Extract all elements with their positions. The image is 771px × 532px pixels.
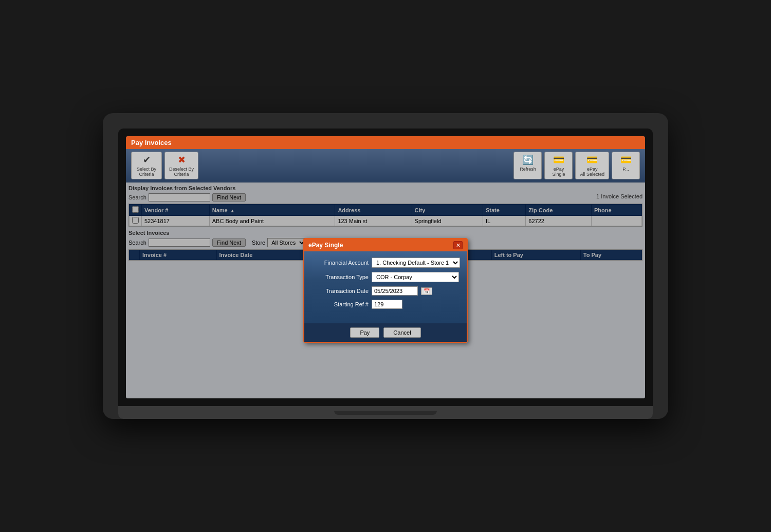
modal-overlay: ePay Single ✕ Financial Account 1. Check… (126, 182, 645, 398)
toolbar-right-buttons: 🔄 Refresh 💳 ePay Single 💳 ePay All Selec… (513, 152, 640, 179)
transaction-date-label: Transaction Date (312, 288, 369, 294)
transaction-type-field: Transaction Type COR - Corpay ACH Wire (312, 272, 459, 282)
epay-single-modal: ePay Single ✕ Financial Account 1. Check… (303, 238, 468, 343)
financial-account-field: Financial Account 1. Checking Default - … (312, 258, 459, 268)
financial-account-label: Financial Account (312, 260, 369, 266)
starting-ref-label: Starting Ref # (312, 301, 369, 307)
pay-button[interactable]: 💳 P... (612, 152, 640, 179)
transaction-date-field: Transaction Date 📅 (312, 286, 459, 296)
epay-all-selected-button[interactable]: 💳 ePay All Selected (575, 152, 609, 179)
transaction-type-select[interactable]: COR - Corpay ACH Wire (372, 272, 459, 282)
epay-single-icon: 💳 (553, 154, 564, 166)
epay-all-icon: 💳 (586, 154, 598, 166)
transaction-date-input[interactable] (372, 286, 418, 296)
financial-account-select[interactable]: 1. Checking Default - Store 1 2. Savings… (372, 258, 460, 268)
transaction-type-label: Transaction Type (312, 274, 369, 280)
modal-pay-button[interactable]: Pay (350, 327, 379, 338)
refresh-icon: 🔄 (522, 154, 534, 166)
deselect-criteria-icon: ✖ (178, 154, 186, 166)
refresh-button[interactable]: 🔄 Refresh (513, 152, 542, 179)
starting-ref-field: Starting Ref # (312, 300, 459, 309)
select-criteria-icon: ✔ (143, 154, 151, 166)
deselect-by-criteria-button[interactable]: ✖ Deselect By Criteria (164, 152, 198, 179)
modal-cancel-button[interactable]: Cancel (383, 327, 420, 338)
toolbar: ✔ Select By Criteria ✖ Deselect By Crite… (126, 149, 645, 182)
modal-close-button[interactable]: ✕ (453, 241, 463, 249)
starting-ref-input[interactable] (372, 300, 402, 309)
pay-icon: 💳 (620, 154, 632, 166)
select-by-criteria-button[interactable]: ✔ Select By Criteria (131, 152, 162, 179)
modal-title: ePay Single (308, 242, 343, 249)
modal-title-bar: ePay Single ✕ (304, 239, 467, 251)
page-title: Pay Invoices (126, 136, 645, 149)
modal-footer: Pay Cancel (304, 323, 467, 342)
epay-single-button[interactable]: 💳 ePay Single (544, 152, 573, 179)
modal-body: Financial Account 1. Checking Default - … (304, 251, 467, 319)
transaction-date-picker-button[interactable]: 📅 (421, 287, 432, 295)
